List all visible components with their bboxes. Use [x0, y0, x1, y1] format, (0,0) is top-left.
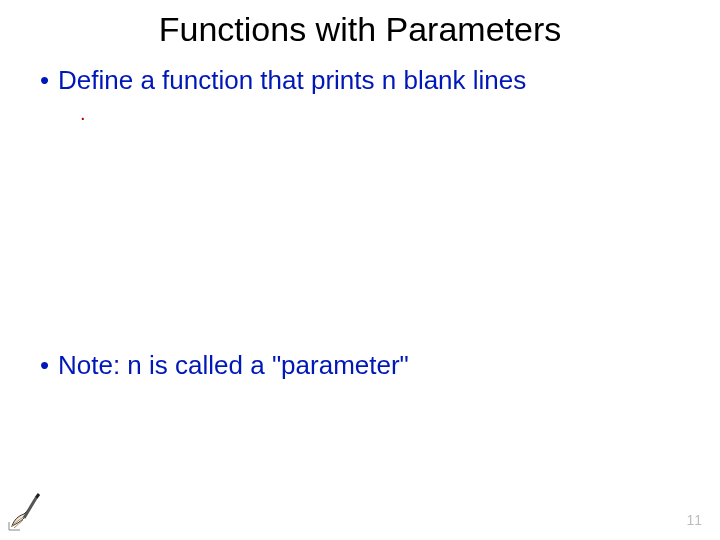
slide: Functions with Parameters •Define a func… — [0, 0, 720, 540]
bullet-note-parameter: •Note: n is called a "parameter" — [40, 350, 690, 381]
bullet-text: Note: n is called a "parameter" — [58, 350, 409, 380]
pen-hand-icon — [6, 490, 48, 532]
bullet-marker: • — [40, 350, 58, 381]
sub-bullet-marker: . — [80, 102, 86, 125]
page-number: 11 — [686, 512, 702, 528]
slide-title: Functions with Parameters — [0, 10, 720, 49]
bullet-text: Define a function that prints n blank li… — [58, 65, 526, 95]
bullet-define-function: •Define a function that prints n blank l… — [40, 65, 690, 96]
bullet-marker: • — [40, 65, 58, 96]
